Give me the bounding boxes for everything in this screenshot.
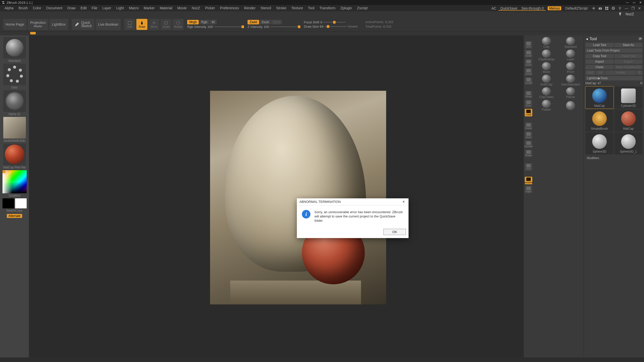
rotate-mode-button[interactable]: Rotate — [173, 19, 184, 30]
menu-light[interactable]: Light — [114, 5, 126, 11]
goz-r-button[interactable]: R — [636, 70, 642, 75]
swatch-pair[interactable]: SwitchColor — [3, 198, 27, 212]
menu-picker[interactable]: Picker — [203, 5, 218, 11]
m-toggle[interactable]: M — [210, 20, 217, 24]
z-intensity-slider[interactable]: Z Intensity100 — [248, 25, 300, 29]
brush-clay[interactable]: Clay — [535, 37, 558, 49]
brush-layer[interactable]: Layer — [559, 50, 582, 61]
menus-toggle[interactable]: Menus — [548, 6, 561, 10]
lightbox-tools-button[interactable]: Lightbox▶Tools — [585, 76, 642, 80]
menu-document[interactable]: Document — [44, 5, 65, 11]
load-from-project-button[interactable]: Load Tools From Project — [585, 48, 642, 53]
menu-tool[interactable]: Tool — [305, 5, 317, 11]
copy-tool-button[interactable]: Copy Tool — [585, 54, 614, 58]
arrows-icon[interactable] — [591, 6, 596, 11]
brush-planar[interactable]: Planar — [559, 87, 582, 99]
brush-pinch[interactable]: Pinch — [559, 62, 582, 74]
secondary-nozz[interactable]: NozZ — [623, 12, 636, 16]
camera-icon[interactable] — [598, 6, 603, 11]
goz-visible-button[interactable]: Visible — [605, 70, 636, 75]
menu-texture[interactable]: Texture — [289, 5, 305, 11]
rcol-aahalf[interactable]: AAHalf — [525, 77, 532, 85]
move-mode-button[interactable]: Move — [148, 19, 159, 30]
make-polymesh-button[interactable]: Make PolyMesh3D — [614, 65, 643, 69]
brush-move[interactable]: Move — [535, 62, 558, 74]
tool-matcap[interactable]: MatCap — [614, 109, 642, 131]
zcut-toggle[interactable]: Zcut — [271, 20, 282, 24]
menu-alpha[interactable]: Alpha — [2, 5, 16, 11]
brush-damstandard[interactable]: DamStandard — [559, 75, 582, 86]
menu-file[interactable]: File — [89, 5, 100, 11]
win-restore-icon[interactable]: ❐ — [630, 6, 635, 11]
clone-button[interactable]: Clone — [585, 65, 614, 69]
menu-zplugin[interactable]: Zplugin — [338, 5, 354, 11]
tool-simplebrush[interactable]: SimpleBrush — [585, 109, 614, 131]
rcol-polyf[interactable]: PolyF — [525, 186, 532, 193]
rcol-persp[interactable]: Persp — [525, 91, 532, 98]
rcol-rotate[interactable]: Rotate — [525, 150, 532, 157]
rgb-intensity-slider[interactable]: Rgb Intensity100 — [187, 25, 244, 29]
goz-all-button[interactable]: All — [596, 70, 605, 75]
menu-nozz[interactable]: NozZ — [189, 5, 203, 11]
tool-cylinder3d[interactable]: Cylinder3D — [614, 86, 642, 109]
export-button[interactable]: Export — [614, 59, 643, 64]
alpha-slot[interactable]: Alpha 01 — [3, 90, 27, 116]
projection-master-button[interactable]: Projection Master — [28, 19, 48, 30]
scale-mode-button[interactable]: Scale — [160, 19, 172, 30]
import-button[interactable]: Import — [585, 59, 614, 64]
menu-edit[interactable]: Edit — [78, 5, 89, 11]
shelf-pin-icon[interactable] — [618, 12, 622, 16]
brush-claybuildup[interactable]: ClayBuildup — [535, 50, 558, 61]
mrgb-toggle[interactable]: Mrgb — [187, 20, 199, 24]
win-close-icon[interactable]: ✕ — [637, 6, 642, 11]
zsub-toggle[interactable]: Zsub — [260, 20, 271, 24]
rcol-zoom[interactable]: Zoom — [525, 59, 532, 67]
material-slot[interactable]: MatCap Red Wa — [3, 144, 27, 169]
quicksketch-button[interactable]: QuickSketch — [72, 19, 95, 30]
texture-slot[interactable]: 0edb858d6c9db — [3, 117, 27, 143]
dialog-close-icon[interactable]: ✕ — [401, 200, 406, 204]
lightbox-button[interactable]: LightBox — [49, 19, 68, 30]
color-picker[interactable]: Gradient — [3, 170, 27, 197]
menu-layer[interactable]: Layer — [100, 5, 114, 11]
brush-flatten[interactable]: Flatten — [535, 100, 558, 111]
grid-icon[interactable] — [604, 6, 609, 11]
pin-icon[interactable]: ⚲ — [617, 6, 622, 11]
win-min-icon[interactable]: — — [624, 6, 629, 11]
draw-size-slider[interactable]: Draw Size64 Dynamic — [304, 25, 358, 28]
alternate-button[interactable]: Alternate — [7, 214, 22, 218]
brush-slot[interactable]: Standard — [3, 37, 27, 63]
seethrough-slider[interactable]: See-through 0 — [519, 6, 546, 10]
menu-stroke[interactable]: Stroke — [274, 5, 289, 11]
menu-transform[interactable]: Transform — [317, 5, 338, 11]
menu-material[interactable]: Material — [157, 5, 175, 11]
tool-sphere3d_1[interactable]: Sphere3D_1 — [614, 132, 642, 154]
rcol-move[interactable]: Move — [525, 131, 532, 139]
rcol-dynamic[interactable]: Dynamic — [525, 177, 532, 184]
brush-claytubes[interactable]: ClayTubes — [535, 87, 558, 99]
edit-mode-button[interactable]: Edit — [124, 19, 135, 30]
load-tool-button[interactable]: Load Tool — [585, 43, 614, 47]
stroke-slot[interactable]: Dots — [3, 64, 27, 89]
menu-brush[interactable]: Brush — [16, 5, 30, 11]
menu-color[interactable]: Color — [30, 5, 44, 11]
menu-draw[interactable]: Draw — [65, 5, 78, 11]
rcol-spix[interactable]: SPix — [525, 41, 532, 49]
defaultzscript-button[interactable]: DefaultZScript — [563, 6, 590, 10]
rcol-local[interactable]: Local — [525, 109, 532, 116]
menu-render[interactable]: Render — [242, 5, 258, 11]
menu-stencil[interactable]: Stencil — [258, 5, 274, 11]
home-page-button[interactable]: Home Page — [3, 19, 27, 30]
paste-tool-button[interactable]: Paste Tool — [614, 54, 643, 58]
tool-matcap[interactable]: MatCap — [585, 86, 614, 109]
dialog-ok-button[interactable]: OK — [383, 229, 406, 235]
menu-preferences[interactable]: Preferences — [217, 5, 241, 11]
maximize-icon[interactable]: ▭ — [632, 1, 636, 4]
close-icon[interactable]: ✕ — [638, 1, 642, 4]
rcol-zoom3d[interactable]: Zoom3D — [525, 141, 532, 148]
rcol-frame[interactable]: Frame — [525, 122, 532, 130]
zadd-toggle[interactable]: Zadd — [248, 20, 259, 24]
rcol-floor[interactable]: Floor — [525, 100, 532, 107]
live-boolean-button[interactable]: Live Boolean — [96, 19, 121, 30]
matcap-r[interactable]: R — [640, 81, 642, 85]
